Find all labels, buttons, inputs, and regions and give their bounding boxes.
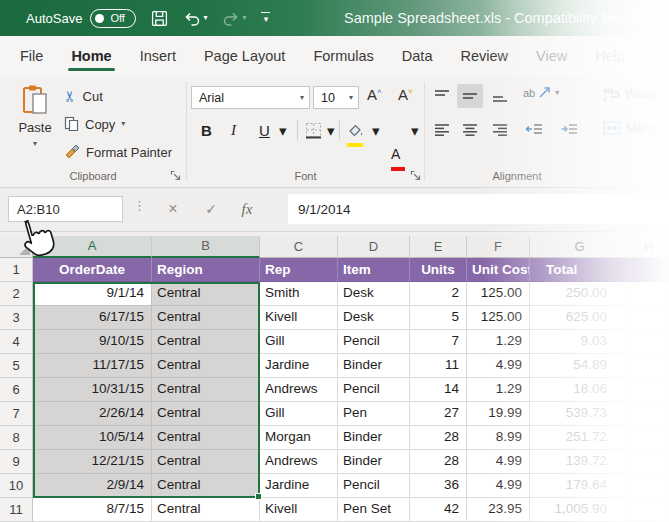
cell-units[interactable]: 36 (410, 474, 467, 498)
cell-empty[interactable] (630, 402, 669, 426)
cell-date[interactable]: 2/26/14 (33, 402, 152, 426)
redo-button[interactable]: ▾ (222, 10, 246, 26)
cell-units[interactable]: 14 (410, 378, 467, 402)
increase-indent-button[interactable] (556, 118, 582, 142)
cell-rep[interactable]: Smith (260, 282, 338, 306)
tab-help[interactable]: Help (581, 36, 639, 76)
cell-empty[interactable] (630, 354, 669, 378)
autosave-toggle[interactable]: Off (90, 9, 136, 28)
cell-empty[interactable] (630, 306, 669, 330)
borders-dropdown-caret[interactable]: ▾ (327, 118, 335, 142)
decrease-indent-button[interactable] (521, 118, 547, 142)
column-header-c[interactable]: C (260, 236, 338, 258)
cell-rep[interactable]: Morgan (260, 426, 338, 450)
row-number[interactable]: 11 (0, 498, 33, 522)
cell-date[interactable]: 6/17/15 (33, 306, 152, 330)
cell-total[interactable]: 1,005.90 (530, 498, 630, 522)
row-number[interactable]: 9 (0, 450, 33, 474)
cell-empty[interactable] (630, 450, 669, 474)
column-header-e[interactable]: E (410, 236, 467, 258)
cell-total[interactable]: 539.73 (530, 402, 630, 426)
cell-rep[interactable]: Andrews (260, 450, 338, 474)
cancel-button[interactable]: × (160, 196, 186, 222)
cell-a1[interactable]: OrderDate (33, 258, 152, 282)
tab-page-layout[interactable]: Page Layout (190, 36, 299, 76)
bottom-align-button[interactable] (487, 84, 513, 108)
row-number[interactable]: 4 (0, 330, 33, 354)
cell-rep[interactable]: Kivell (260, 306, 338, 330)
cut-button[interactable]: ✂ Cut (64, 84, 103, 108)
cell-unit-cost[interactable]: 4.99 (467, 354, 530, 378)
cell-region[interactable]: Central (152, 354, 260, 378)
cell-units[interactable]: 42 (410, 498, 467, 522)
cell-item[interactable]: Desk (338, 306, 410, 330)
save-button[interactable] (151, 10, 168, 27)
cell-total[interactable]: 625.00 (530, 306, 630, 330)
cell-rep[interactable]: Kivell (260, 498, 338, 522)
cell-unit-cost[interactable]: 125.00 (467, 306, 530, 330)
tab-formulas[interactable]: Formulas (299, 36, 387, 76)
paste-dropdown-caret[interactable]: ▾ (10, 140, 60, 148)
cell-date[interactable]: 9/10/15 (33, 330, 152, 354)
insert-function-button[interactable]: fx (234, 196, 260, 222)
tab-review[interactable]: Review (446, 36, 522, 76)
column-header-f[interactable]: F (467, 236, 530, 258)
cell-date[interactable]: 8/7/15 (33, 498, 152, 522)
fill-color-caret[interactable]: ▾ (372, 118, 380, 142)
font-name-combo[interactable]: Arial ▾ (191, 86, 310, 109)
cell-total[interactable]: 139.72 (530, 450, 630, 474)
cell-empty[interactable] (630, 378, 669, 402)
cell-date[interactable]: 2/9/14 (33, 474, 152, 498)
cell-total[interactable]: 18.06 (530, 378, 630, 402)
cell-units[interactable]: 7 (410, 330, 467, 354)
cell-empty[interactable] (630, 498, 669, 522)
tab-view[interactable]: View (522, 36, 581, 76)
underline-button[interactable]: U (259, 118, 270, 142)
formula-input[interactable]: 9/1/2014 (288, 194, 669, 224)
cell-units[interactable]: 28 (410, 426, 467, 450)
cell-units[interactable]: 5 (410, 306, 467, 330)
undo-button[interactable]: ▾ (183, 10, 207, 26)
font-color-caret[interactable]: ▾ (411, 118, 419, 142)
cell-unit-cost[interactable]: 23.95 (467, 498, 530, 522)
cell-empty[interactable] (630, 330, 669, 354)
cell-region[interactable]: Central (152, 330, 260, 354)
bold-button[interactable]: B (201, 118, 212, 142)
row-number[interactable]: 5 (0, 354, 33, 378)
borders-button[interactable] (305, 118, 322, 142)
cell-total[interactable]: 179.64 (530, 474, 630, 498)
column-header-d[interactable]: D (338, 236, 410, 258)
cell-region[interactable]: Central (152, 450, 260, 474)
top-align-button[interactable] (429, 84, 455, 108)
undo-dropdown-caret[interactable]: ▾ (203, 14, 207, 22)
cell-date[interactable]: 10/31/15 (33, 378, 152, 402)
cell-item[interactable]: Pencil (338, 474, 410, 498)
cell-units[interactable]: 27 (410, 402, 467, 426)
clipboard-dialog-launcher[interactable] (170, 170, 181, 181)
align-center-button[interactable] (457, 118, 483, 142)
cell-region[interactable]: Central (152, 282, 260, 306)
tab-data[interactable]: Data (388, 36, 447, 76)
cell-total[interactable]: 54.89 (530, 354, 630, 378)
cell-region[interactable]: Central (152, 474, 260, 498)
cell-item[interactable]: Binder (338, 354, 410, 378)
cell-date[interactable]: 10/5/14 (33, 426, 152, 450)
cell-rep[interactable]: Gill (260, 330, 338, 354)
middle-align-button[interactable] (457, 84, 483, 108)
cell-item[interactable]: Pen Set (338, 498, 410, 522)
cell-unit-cost[interactable]: 4.99 (467, 474, 530, 498)
merge-center-button[interactable]: Merge & Center (603, 120, 669, 135)
row-number[interactable]: 6 (0, 378, 33, 402)
cell-item[interactable]: Pencil (338, 378, 410, 402)
column-header-b[interactable]: B (152, 236, 260, 258)
cell-unit-cost[interactable]: 125.00 (467, 282, 530, 306)
cell-region[interactable]: Central (152, 378, 260, 402)
cell-total[interactable]: 250.00 (530, 282, 630, 306)
align-left-button[interactable] (429, 118, 455, 142)
cell-d1[interactable]: Item (338, 258, 410, 282)
cell-date[interactable]: 9/1/14 (33, 282, 152, 306)
row-number[interactable]: 2 (0, 282, 33, 306)
cell-units[interactable]: 28 (410, 450, 467, 474)
cell-item[interactable]: Desk (338, 282, 410, 306)
cell-c1[interactable]: Rep (260, 258, 338, 282)
